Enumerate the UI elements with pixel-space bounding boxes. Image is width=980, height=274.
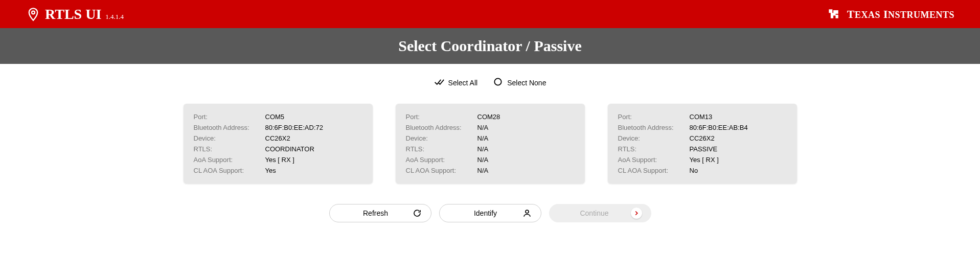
field-value: CC26X2 [690,134,715,142]
field-value: 80:6F:B0:EE:AD:72 [265,124,323,131]
ti-logo-icon [827,7,842,22]
field-label: Bluetooth Address: [406,124,477,131]
identify-button[interactable]: Identify [439,204,541,222]
select-all-label: Select All [448,79,478,87]
device-row-port: Port: COM13 [618,113,787,121]
location-pin-icon [26,7,41,22]
refresh-button[interactable]: Refresh [329,204,431,222]
select-none-label: Select None [507,79,546,87]
field-label: CL AOA Support: [194,167,265,174]
select-controls: Select All Select None [0,77,980,88]
device-cards: Port: COM5 Bluetooth Address: 80:6F:B0:E… [0,104,980,184]
device-row-device: Device: N/A [406,134,575,142]
continue-label: Continue [558,209,631,217]
field-label: CL AOA Support: [406,167,477,174]
chevron-right-icon [631,208,642,219]
field-value: No [690,167,698,174]
device-row-port: Port: COM5 [194,113,362,121]
field-value: Yes [265,167,276,174]
continue-button[interactable]: Continue [549,204,651,222]
field-label: Port: [618,113,690,121]
device-row-aoa: AoA Support: N/A [406,156,575,164]
device-row-claoa: CL AOA Support: N/A [406,167,575,174]
ti-brand: TEXAS INSTRUMENTS [827,7,954,22]
device-row-rtls: RTLS: COORDINATOR [194,145,362,153]
device-card[interactable]: Port: COM5 Bluetooth Address: 80:6F:B0:E… [184,104,373,184]
select-none-circle-icon [493,77,503,88]
field-label: AoA Support: [406,156,477,164]
field-label: AoA Support: [194,156,265,164]
device-row-rtls: RTLS: PASSIVE [618,145,787,153]
select-all-button[interactable]: Select All [434,77,478,88]
device-row-bt: Bluetooth Address: N/A [406,124,575,131]
main-content: Select All Select None Port: COM5 Blueto… [0,64,980,235]
header-left: RTLS UI 1.4.1.4 [26,6,124,22]
field-value: Yes [ RX ] [690,156,719,164]
field-value: COM13 [690,113,713,121]
ti-brand-text: TEXAS INSTRUMENTS [847,8,954,21]
field-label: Bluetooth Address: [194,124,265,131]
refresh-icon [413,209,422,218]
field-label: Device: [406,134,477,142]
app-title: RTLS UI [45,6,101,22]
device-row-rtls: RTLS: N/A [406,145,575,153]
app-version: 1.4.1.4 [105,13,124,21]
device-row-bt: Bluetooth Address: 80:6F:B0:EE:AB:B4 [618,124,787,131]
field-label: RTLS: [618,145,690,153]
field-label: Device: [194,134,265,142]
svg-point-2 [526,210,529,213]
field-value: COM5 [265,113,285,121]
field-label: CL AOA Support: [618,167,690,174]
field-label: Port: [406,113,477,121]
page-title: Select Coordinator / Passive [398,37,582,55]
field-value: CC26X2 [265,134,290,142]
action-buttons: Refresh Identify Continue [0,204,980,222]
field-label: AoA Support: [618,156,690,164]
device-row-aoa: AoA Support: Yes [ RX ] [194,156,362,164]
field-value: N/A [477,134,489,142]
refresh-label: Refresh [339,209,413,217]
device-card[interactable]: Port: COM28 Bluetooth Address: N/A Devic… [396,104,585,184]
select-all-check-icon [434,77,444,88]
field-value: COM28 [477,113,500,121]
svg-point-1 [494,78,501,85]
field-value: COORDINATOR [265,145,314,153]
subheader: Select Coordinator / Passive [0,28,980,64]
field-value: N/A [477,167,489,174]
field-label: Port: [194,113,265,121]
device-card[interactable]: Port: COM13 Bluetooth Address: 80:6F:B0:… [608,104,797,184]
device-row-claoa: CL AOA Support: No [618,167,787,174]
field-label: RTLS: [194,145,265,153]
identify-label: Identify [449,209,522,217]
field-value: N/A [477,124,489,131]
person-icon [522,209,532,218]
field-value: N/A [477,145,489,153]
device-row-claoa: CL AOA Support: Yes [194,167,362,174]
select-none-button[interactable]: Select None [493,77,546,88]
device-row-aoa: AoA Support: Yes [ RX ] [618,156,787,164]
device-row-port: Port: COM28 [406,113,575,121]
field-value: N/A [477,156,489,164]
device-row-device: Device: CC26X2 [618,134,787,142]
field-value: PASSIVE [690,145,718,153]
field-value: Yes [ RX ] [265,156,294,164]
field-label: Device: [618,134,690,142]
svg-point-0 [32,11,35,14]
field-label: RTLS: [406,145,477,153]
device-row-bt: Bluetooth Address: 80:6F:B0:EE:AD:72 [194,124,362,131]
device-row-device: Device: CC26X2 [194,134,362,142]
field-label: Bluetooth Address: [618,124,690,131]
field-value: 80:6F:B0:EE:AB:B4 [690,124,748,131]
app-header: RTLS UI 1.4.1.4 TEXAS INSTRUMENTS [0,0,980,28]
